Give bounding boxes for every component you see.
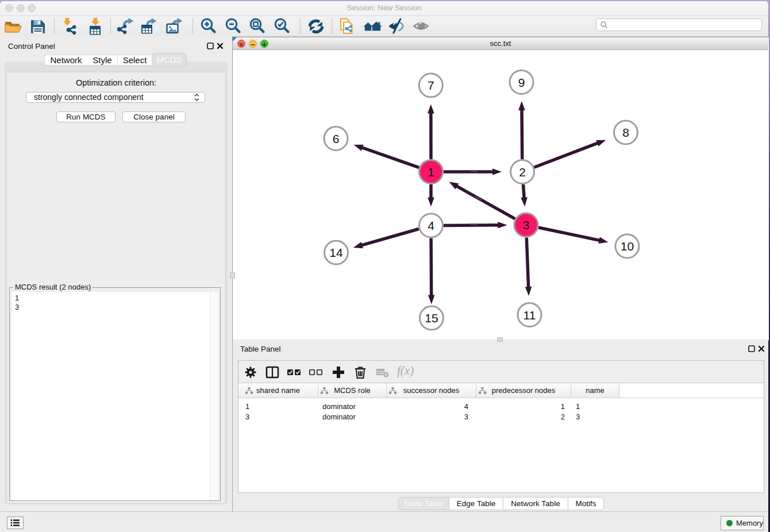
svg-text:15: 15 [425,311,438,325]
svg-text:1: 1 [428,165,434,179]
svg-text:8: 8 [622,126,629,139]
svg-text:2: 2 [519,165,526,179]
svg-text:7: 7 [428,79,434,92]
svg-text:9: 9 [518,76,525,89]
svg-text:14: 14 [329,246,343,259]
svg-text:10: 10 [621,240,634,253]
svg-text:11: 11 [523,309,536,322]
svg-text:3: 3 [523,218,530,232]
svg-text:4: 4 [428,219,434,232]
svg-text:6: 6 [333,132,340,145]
